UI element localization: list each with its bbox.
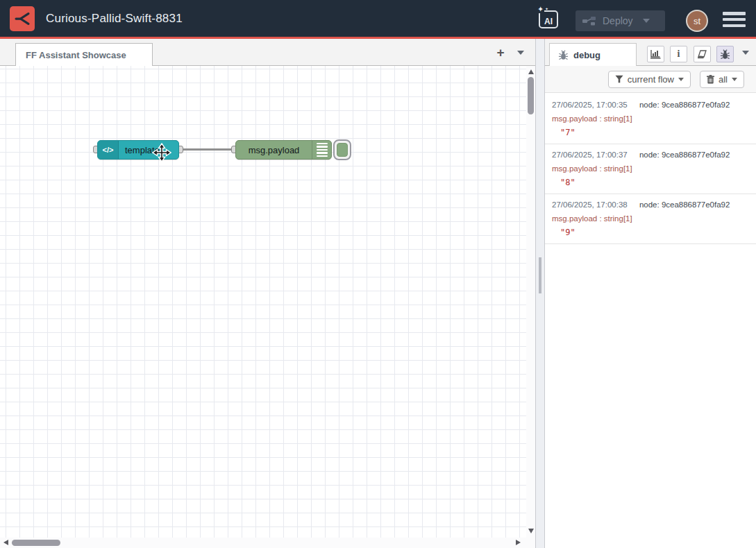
workspace-tabbar: FF Assistant Showcase + [0, 39, 535, 66]
flow-canvas[interactable]: </> template msg.payload [0, 66, 535, 538]
debug-messages-button[interactable] [716, 46, 734, 62]
menu-bar [723, 12, 746, 15]
move-cursor-icon [152, 143, 171, 162]
sidebar-splitter[interactable] [535, 39, 545, 548]
sidebar-tabbar: debug i [545, 39, 756, 66]
debug-enable-toggle[interactable] [333, 139, 351, 160]
page-title: Curious-Pallid-Swift-8831 [46, 0, 183, 37]
message-property-path[interactable]: msg.payload : string[1] [552, 164, 749, 173]
message-node-id: node: 9cea886877e0fa92 [639, 101, 730, 109]
debug-node[interactable]: msg.payload [235, 140, 332, 160]
funnel-icon [615, 75, 623, 83]
sidebar-icon-row: i [647, 46, 734, 62]
main-area: FF Assistant Showcase + </> template msg… [0, 39, 756, 548]
sparkle-small-icon: ✦ [545, 7, 548, 11]
workspace-column: FF Assistant Showcase + </> template msg… [0, 39, 535, 548]
debug-message[interactable]: 27/06/2025, 17:00:38 node: 9cea886877e0f… [545, 194, 756, 244]
debug-toggle-inner [337, 143, 348, 157]
debug-message-list: 27/06/2025, 17:00:35 node: 9cea886877e0f… [545, 93, 756, 548]
deploy-button[interactable]: Deploy [576, 10, 665, 31]
info-button[interactable]: i [670, 46, 687, 62]
message-property-path[interactable]: msg.payload : string[1] [552, 114, 749, 123]
add-flow-button[interactable]: + [490, 44, 511, 62]
scroll-up-arrow-icon[interactable] [528, 69, 534, 74]
canvas-vertical-scrollbar[interactable] [526, 66, 535, 538]
debug-clear-button[interactable]: all [700, 71, 744, 88]
sparkle-icon: ✦ [537, 6, 544, 13]
debug-clear-label: all [719, 74, 728, 85]
deploy-label: Deploy [603, 15, 633, 26]
flow-tab[interactable]: FF Assistant Showcase [15, 43, 153, 66]
sidebar-tab-debug[interactable]: debug [549, 43, 637, 66]
message-timestamp: 27/06/2025, 17:00:35 [552, 101, 628, 109]
header-bar: Curious-Pallid-Swift-8831 AI ✦ ✦ Deploy … [0, 0, 756, 37]
flowfuse-logo[interactable] [10, 6, 35, 31]
scroll-down-arrow-icon[interactable] [528, 529, 534, 533]
bug-icon [558, 50, 569, 60]
sidebar-options-chevron-down-icon[interactable] [742, 51, 749, 55]
user-avatar[interactable]: st [686, 10, 708, 32]
debug-message[interactable]: 27/06/2025, 17:00:37 node: 9cea886877e0f… [545, 144, 756, 194]
code-icon: </> [98, 141, 119, 159]
canvas-grid [0, 66, 526, 538]
message-value[interactable]: "7" [552, 128, 749, 137]
dashboard-chart-button[interactable] [647, 46, 664, 62]
menu-bar [723, 18, 746, 22]
message-value[interactable]: "8" [552, 178, 749, 187]
splitter-drag-handle[interactable] [539, 257, 541, 293]
clear-chevron-down-icon [732, 78, 737, 81]
message-node-id: node: 9cea886877e0fa92 [639, 200, 730, 209]
node-red-app: Curious-Pallid-Swift-8831 AI ✦ ✦ Deploy … [0, 0, 756, 548]
debug-output-list-icon [312, 141, 331, 159]
bug-icon [720, 49, 730, 60]
debug-filter-button[interactable]: current flow [608, 71, 691, 88]
flow-list-chevron-down-icon[interactable] [517, 51, 524, 55]
message-node-id: node: 9cea886877e0fa92 [639, 151, 730, 159]
deploy-icon [582, 16, 596, 26]
book-icon [696, 49, 707, 59]
menu-bar [723, 24, 746, 28]
debug-filter-bar: current flow all [545, 66, 756, 93]
message-timestamp: 27/06/2025, 17:00:38 [552, 200, 628, 209]
debug-message[interactable]: 27/06/2025, 17:00:35 node: 9cea886877e0f… [545, 94, 756, 144]
message-property-path[interactable]: msg.payload : string[1] [552, 214, 749, 223]
right-sidebar: debug i [545, 39, 756, 548]
scroll-right-arrow-icon[interactable] [516, 540, 521, 545]
canvas-horizontal-scrollbar[interactable] [0, 538, 535, 548]
ai-assistant-button[interactable]: AI ✦ ✦ [539, 9, 560, 30]
sidebar-tab-debug-label: debug [573, 50, 600, 60]
debug-filter-label: current flow [628, 74, 674, 85]
deploy-chevron-down-icon[interactable] [643, 19, 650, 23]
message-value[interactable]: "9" [552, 228, 749, 237]
flow-tab-label: FF Assistant Showcase [26, 50, 126, 60]
vertical-scrollbar-thumb[interactable] [528, 77, 534, 114]
main-menu-button[interactable] [723, 12, 746, 27]
wire-template-to-debug[interactable] [182, 148, 236, 151]
bar-chart-icon [650, 49, 661, 59]
debug-node-label: msg.payload [236, 141, 312, 159]
message-timestamp: 27/06/2025, 17:00:37 [552, 151, 628, 159]
scroll-left-arrow-icon[interactable] [3, 540, 8, 545]
trash-icon [707, 75, 714, 84]
flowfuse-logo-icon [13, 10, 31, 28]
filter-chevron-down-icon [678, 78, 684, 81]
info-icon: i [678, 49, 680, 60]
horizontal-scrollbar-thumb[interactable] [12, 540, 60, 546]
help-button[interactable] [694, 46, 711, 62]
